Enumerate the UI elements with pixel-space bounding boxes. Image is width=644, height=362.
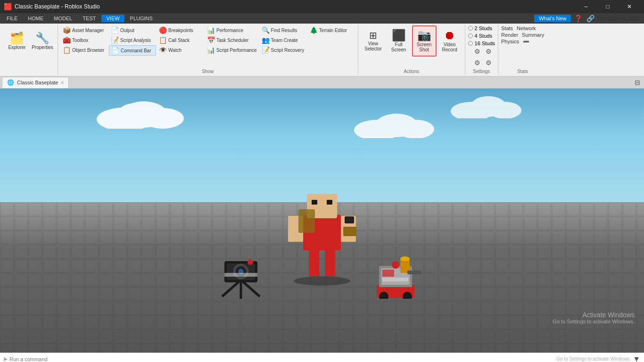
screen-shot-button[interactable]: 📷 Screen Shot	[412, 25, 437, 57]
maximize-button[interactable]: □	[597, 0, 619, 13]
script-analysis-icon: 📝	[111, 36, 118, 44]
studs-2-label: 2 Studs	[475, 25, 492, 31]
team-create-button[interactable]: 👥 Team Create	[260, 35, 307, 45]
explorer-button[interactable]: 🗂️ Explorer	[5, 25, 29, 57]
left-gadget-svg	[213, 238, 269, 299]
svg-point-42	[400, 256, 410, 261]
svg-line-25	[222, 280, 241, 296]
view-selector-icon: ⊞	[369, 31, 377, 40]
stats-top-row: Stats Network	[501, 25, 536, 31]
ribbon-group-content-actions: ⊞ View Selector ⬛ Full Screen 📷 Screen S…	[361, 25, 462, 68]
tab-close-button[interactable]: ×	[61, 80, 64, 85]
physics-label[interactable]: Physics	[501, 39, 519, 45]
explorer-icon: 🗂️	[10, 33, 24, 44]
right-gadget	[367, 247, 424, 300]
command-bar-button[interactable]: 📄 Command Bar	[109, 45, 156, 56]
whats-new-button[interactable]: What's New	[534, 15, 571, 22]
find-results-button[interactable]: 🔍 Find Results	[260, 25, 307, 35]
activate-subtitle: Go to Settings to activate Windows.	[553, 319, 635, 324]
show-col-2: 📄 Output 📝 Script Analysis 📄 Command Bar	[109, 25, 156, 56]
task-scheduler-icon: 📅	[207, 36, 215, 44]
team-create-icon: 👥	[262, 36, 269, 44]
user-label: DontGiveUp_4321	[597, 16, 640, 21]
settings-btn-3[interactable]: ⚙	[472, 58, 482, 68]
svg-rect-44	[382, 270, 394, 277]
minimize-button[interactable]: –	[575, 0, 597, 13]
full-screen-button[interactable]: ⬛ Full Screen	[387, 25, 411, 57]
studs-16-row: 16 Studs	[468, 41, 495, 46]
right-gadget-svg	[367, 247, 424, 299]
title-bar-controls: – □ ✕	[575, 0, 640, 13]
show-col-4: 📊 Performance 📅 Task Scheduler 📊 Script …	[205, 25, 259, 55]
tab-layout-icon[interactable]: ⊟	[633, 78, 642, 87]
output-button[interactable]: 📄 Output	[109, 25, 156, 35]
script-analysis-button[interactable]: 📝 Script Analysis	[109, 35, 156, 45]
network-label[interactable]: Network	[517, 25, 536, 31]
svg-rect-14	[309, 248, 319, 276]
show-group-label: Show	[200, 69, 215, 74]
watch-button[interactable]: 👁️ Watch	[157, 45, 204, 55]
properties-button[interactable]: 🔧 Properties	[30, 25, 55, 57]
studs-4-radio[interactable]	[468, 33, 473, 38]
command-dropdown-icon[interactable]: ▼	[633, 355, 640, 362]
menu-file[interactable]: FILE	[2, 15, 22, 22]
ribbon-group-content-show: 📦 Asset Manager 🧰 Toolbox 📋 Object Brows…	[61, 25, 355, 68]
share-icon[interactable]: 🔗	[585, 13, 595, 24]
video-record-icon: ⏺	[444, 30, 455, 41]
activate-title: Activate Windows	[553, 311, 635, 319]
activate-windows-watermark: Activate Windows Go to Settings to activ…	[553, 311, 635, 324]
performance-button[interactable]: 📊 Performance	[205, 25, 259, 35]
help-icon[interactable]: ❓	[573, 13, 583, 24]
render-label[interactable]: Render	[501, 32, 518, 38]
script-performance-button[interactable]: 📊 Script Performance	[205, 45, 259, 55]
left-gadget	[213, 238, 269, 300]
toolbox-icon: 🧰	[63, 36, 70, 44]
settings-btn-2[interactable]: ⚙	[483, 46, 494, 57]
studs-16-radio[interactable]	[468, 41, 473, 46]
menu-view[interactable]: VIEW	[101, 15, 124, 22]
menu-bar: FILE HOME MODEL TEST VIEW PLUGINS What's…	[0, 13, 644, 24]
close-button[interactable]: ✕	[619, 0, 640, 13]
properties-icon: 🔧	[35, 33, 50, 44]
svg-point-40	[392, 261, 399, 269]
output-icon: 📄	[111, 26, 118, 34]
toolbox-button[interactable]: 🧰 Toolbox	[61, 35, 108, 45]
settings-grid-content: ⚙ ⚙ ⚙ ⚙	[472, 46, 494, 68]
menu-test[interactable]: TEST	[78, 15, 100, 22]
svg-rect-43	[407, 271, 421, 274]
actions-group-label: Actions	[402, 69, 421, 74]
summary-label[interactable]: Summary	[522, 32, 544, 38]
svg-rect-24	[345, 216, 354, 223]
terrain-editor-button[interactable]: 🌲 Terrain Editor	[308, 25, 355, 35]
ribbon-group-settings: 2 Studs 4 Studs 16 Studs ⚙ ⚙ ⚙ ⚙ Setting…	[465, 25, 498, 75]
script-recovery-button[interactable]: 📝 Script Recovery	[260, 45, 307, 55]
menu-home[interactable]: HOME	[23, 15, 48, 22]
menu-model[interactable]: MODEL	[49, 15, 77, 22]
stats-label[interactable]: Stats	[501, 25, 513, 31]
script-recovery-icon: 📝	[262, 46, 269, 54]
asset-manager-button[interactable]: 📦 Asset Manager	[61, 25, 108, 35]
view-selector-button[interactable]: ⊞ View Selector	[361, 25, 386, 57]
breakpoints-button[interactable]: 🔴 Breakpoints	[157, 25, 204, 35]
physics-minus-icon[interactable]: ➖	[523, 39, 529, 45]
object-browser-button[interactable]: 📋 Object Browser	[61, 45, 108, 55]
ribbon-group-content-stats: Stats Network Render Summary Physics ➖	[501, 25, 544, 68]
settings-btn-4[interactable]: ⚙	[483, 58, 494, 68]
menu-plugins[interactable]: PLUGINS	[125, 15, 157, 22]
character-svg	[275, 168, 369, 286]
settings-btn-1[interactable]: ⚙	[472, 46, 482, 57]
studs-2-radio[interactable]	[468, 26, 473, 31]
stats-mid-row: Render Summary	[501, 32, 544, 38]
svg-rect-18	[312, 200, 317, 205]
command-bar-icon: 📄	[111, 47, 119, 54]
title-bar-left: 🟥 Classic Baseplate - Roblox Studio	[4, 3, 100, 10]
video-record-button[interactable]: ⏺ Video Record	[438, 25, 462, 57]
task-scheduler-button[interactable]: 📅 Task Scheduler	[205, 35, 259, 45]
app-logo-icon: 🟥	[4, 3, 12, 10]
viewport[interactable]: Activate Windows Go to Settings to activ…	[0, 89, 644, 353]
svg-point-33	[248, 259, 253, 265]
editor-tab-classic-baseplate[interactable]: 🌐 Classic Baseplate ×	[2, 77, 69, 88]
command-input[interactable]	[9, 356, 556, 362]
window-title: Classic Baseplate - Roblox Studio	[15, 3, 100, 10]
call-stack-button[interactable]: 📋 Call Stack	[157, 35, 204, 45]
